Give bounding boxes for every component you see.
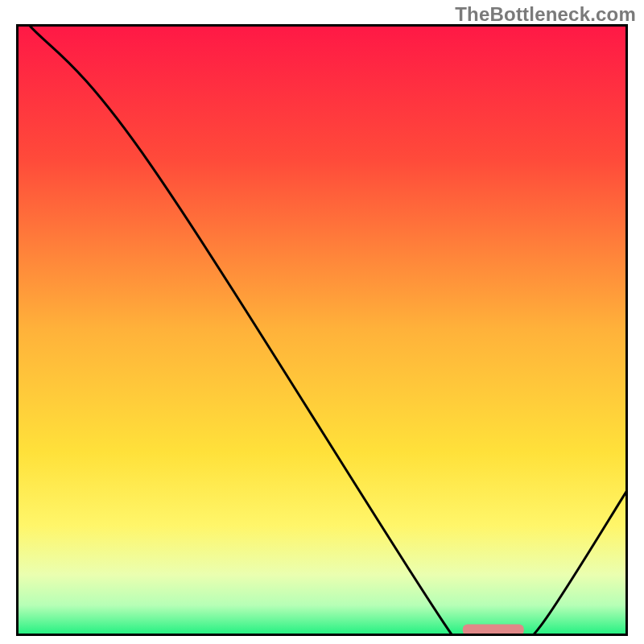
plot-area bbox=[16, 24, 628, 636]
gradient-background bbox=[16, 24, 628, 636]
chart-svg bbox=[16, 24, 628, 636]
chart-container: TheBottleneck.com bbox=[0, 0, 644, 644]
watermark-text: TheBottleneck.com bbox=[455, 3, 636, 26]
